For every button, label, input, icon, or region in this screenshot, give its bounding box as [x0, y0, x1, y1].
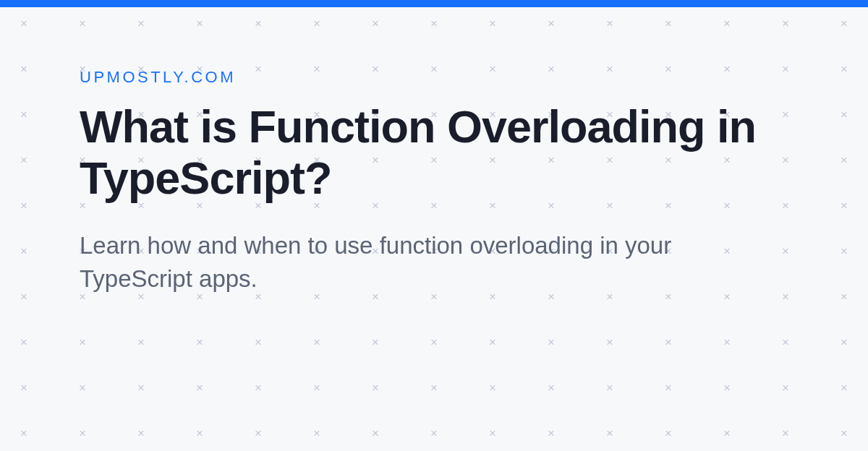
page-subtitle: Learn how and when to use function overl… — [80, 229, 788, 296]
pattern-x-icon: × — [196, 427, 203, 439]
page-title: What is Function Overloading in TypeScri… — [80, 101, 788, 203]
pattern-x-icon: × — [548, 382, 555, 394]
pattern-x-icon: × — [137, 427, 145, 439]
pattern-x-icon: × — [489, 382, 496, 394]
pattern-x-icon: × — [196, 382, 203, 394]
pattern-x-icon: × — [782, 382, 789, 394]
pattern-x-icon: × — [782, 336, 789, 348]
pattern-x-icon: × — [79, 427, 86, 439]
pattern-x-icon: × — [723, 427, 731, 439]
pattern-x-icon: × — [665, 427, 672, 439]
pattern-x-icon: × — [313, 382, 320, 394]
pattern-x-icon: × — [841, 336, 848, 348]
pattern-x-icon: × — [79, 336, 86, 348]
pattern-x-icon: × — [430, 382, 438, 394]
pattern-x-icon: × — [665, 382, 672, 394]
pattern-x-icon: × — [841, 427, 848, 439]
content-container: UPMOSTLY.COM What is Function Overloadin… — [0, 7, 868, 296]
pattern-x-icon: × — [665, 336, 672, 348]
pattern-x-icon: × — [255, 336, 262, 348]
pattern-x-icon: × — [255, 427, 262, 439]
pattern-x-icon: × — [548, 427, 555, 439]
pattern-x-icon: × — [782, 427, 789, 439]
top-accent-bar — [0, 0, 868, 7]
pattern-x-icon: × — [430, 336, 438, 348]
pattern-x-icon: × — [20, 336, 27, 348]
pattern-x-icon: × — [489, 336, 496, 348]
pattern-x-icon: × — [548, 336, 555, 348]
pattern-x-icon: × — [723, 336, 731, 348]
pattern-x-icon: × — [606, 336, 613, 348]
site-label: UPMOSTLY.COM — [80, 68, 788, 87]
pattern-x-icon: × — [137, 382, 145, 394]
pattern-x-icon: × — [20, 382, 27, 394]
pattern-x-icon: × — [606, 427, 613, 439]
pattern-x-icon: × — [137, 336, 145, 348]
pattern-x-icon: × — [489, 427, 496, 439]
pattern-x-icon: × — [372, 427, 379, 439]
pattern-x-icon: × — [313, 336, 320, 348]
pattern-x-icon: × — [196, 336, 203, 348]
pattern-x-icon: × — [723, 382, 731, 394]
pattern-x-icon: × — [372, 382, 379, 394]
pattern-x-icon: × — [313, 427, 320, 439]
pattern-x-icon: × — [372, 336, 379, 348]
pattern-x-icon: × — [606, 382, 613, 394]
pattern-x-icon: × — [79, 382, 86, 394]
pattern-x-icon: × — [841, 382, 848, 394]
pattern-x-icon: × — [20, 427, 27, 439]
pattern-x-icon: × — [430, 427, 438, 439]
pattern-x-icon: × — [255, 382, 262, 394]
